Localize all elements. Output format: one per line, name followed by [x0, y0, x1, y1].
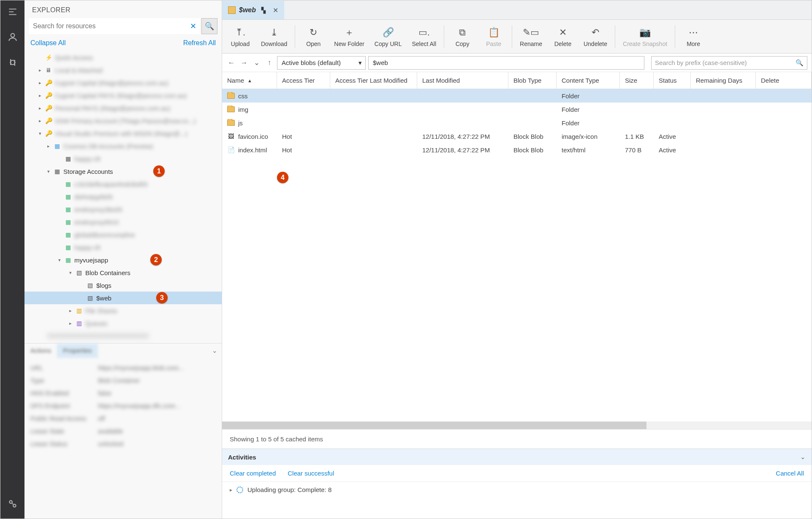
collapse-all-link[interactable]: Collapse All	[30, 39, 66, 47]
cell-content-type: text/html	[557, 146, 620, 154]
tree-label: $logs	[96, 282, 111, 289]
table-row[interactable]: 📄index.htmlHot12/11/2018, 4:27:22 PMBloc…	[222, 143, 812, 157]
refresh-all-link[interactable]: Refresh All	[183, 39, 216, 47]
explorer-title: EXPLORER	[24, 0, 222, 18]
col-blob-type[interactable]: Blob Type	[508, 72, 557, 89]
cell-status: Active	[654, 146, 691, 154]
delete-button[interactable]: ✕Delete	[547, 24, 578, 50]
property-row: Lease Stateavailable	[30, 424, 216, 437]
upload-button[interactable]: ⤒.Upload	[225, 24, 256, 50]
clear-completed-link[interactable]: Clear completed	[230, 470, 276, 477]
nav-forward-icon[interactable]: →	[239, 57, 249, 69]
tree-item[interactable]: ▦enekoynsy38o05	[24, 203, 222, 216]
table-row[interactable]: 🖼favicon.icoHot12/11/2018, 4:27:22 PMBlo…	[222, 130, 812, 143]
undelete-button[interactable]: ↶Undelete	[578, 24, 612, 50]
create-snapshot-button: 📷Create Snapshot	[618, 24, 672, 50]
resource-search-input[interactable]	[29, 22, 187, 30]
cell-content-type: Folder	[557, 106, 620, 113]
col-access-tier[interactable]: Access Tier	[277, 72, 330, 89]
tree-item[interactable]: ▦c1b2defbcaparehob3kd55	[24, 178, 222, 190]
property-value: false	[98, 389, 111, 397]
folder-icon	[227, 119, 235, 127]
tree-item-logs[interactable]: ▧$logs	[24, 279, 222, 292]
tree-item[interactable]: ▸🖥Local & Attached	[24, 64, 222, 76]
open-button[interactable]: ↻Open	[298, 24, 329, 50]
bottom-panel-tabs: Actions Properties ⌄	[24, 343, 222, 358]
nav-back-icon[interactable]: ←	[226, 57, 236, 69]
connect-rail-icon[interactable]	[5, 55, 20, 70]
explorer-rail-icon[interactable]	[5, 5, 20, 19]
tree-item[interactable]: xxxxxxxxxxxxxxxxxxxxxxxxxxxxxxxx	[24, 330, 222, 341]
table-row[interactable]: jsFolder	[222, 116, 812, 130]
tab-web[interactable]: $web ▝▖ ✕	[222, 1, 284, 19]
select-all-button[interactable]: ▭.Select All	[407, 24, 441, 50]
tree-item[interactable]: ▸▥File Shares	[24, 304, 222, 317]
callout-badge-1: 1	[153, 165, 165, 177]
search-button[interactable]: 🔍	[201, 18, 217, 34]
activities-collapse-icon[interactable]: ⌄	[800, 453, 806, 461]
cell-blob-type: Block Blob	[508, 146, 557, 154]
col-last-modified[interactable]: Last Modified	[417, 72, 508, 89]
col-access-tier-last-modified[interactable]: Access Tier Last Modified	[330, 72, 417, 89]
tree-item-blob-containers[interactable]: ▾▧Blob Containers	[24, 266, 222, 279]
cancel-all-link[interactable]: Cancel All	[776, 470, 804, 477]
col-status[interactable]: Status	[654, 72, 691, 89]
tree-item-web[interactable]: ▧$web 3	[24, 292, 222, 304]
tree-item[interactable]: ▸🔑Personal PAYG (thiago@pexxxx.com.au)	[24, 102, 222, 114]
cell-size: 770 B	[620, 146, 654, 154]
property-row: HNS Enabledfalse	[30, 387, 216, 399]
tree-item[interactable]: ⚡Quick Access	[24, 51, 222, 64]
clear-successful-link[interactable]: Clear successful	[288, 470, 334, 477]
expand-icon[interactable]: ▸	[230, 487, 232, 493]
property-row: URLhttps://myvuejsapp.blob.core...	[30, 361, 216, 374]
tree-item-storage-accounts[interactable]: ▾▦Storage Accounts 1	[24, 165, 222, 178]
tree-item[interactable]: ▸🔑Cygnet Capital (thiago@pexxxx.com.au)	[24, 76, 222, 89]
tab-actions[interactable]: Actions	[24, 343, 57, 358]
download-button[interactable]: ⤓Download	[256, 24, 292, 50]
tree-item[interactable]: ▦happy-cft	[24, 241, 222, 254]
more-button[interactable]: ⋯More	[678, 24, 709, 50]
tree-item[interactable]: ▾🔑Visual Studio Premium with MSDN (thiag…	[24, 127, 222, 140]
horizontal-scrollbar[interactable]	[222, 422, 812, 429]
tree-item-myvuejsapp[interactable]: ▾▦myvuejsapp 2	[24, 254, 222, 266]
property-value: Blob Container	[98, 377, 140, 384]
col-content-type[interactable]: Content Type	[557, 72, 620, 89]
cell-size: 1.1 KB	[620, 133, 654, 140]
nav-dropdown-icon[interactable]: ⌄	[252, 57, 262, 69]
prefix-search-input[interactable]: Search by prefix (case-sensitive) 🔍	[651, 56, 807, 70]
tree-item[interactable]: ▸🔑SSW Primary Account (Thiago.Passos@ssw…	[24, 114, 222, 127]
tree-item[interactable]: ▦diehotpg4b05	[24, 190, 222, 203]
copy-button[interactable]: ⧉Copy	[447, 24, 478, 50]
tab-properties[interactable]: Properties	[57, 343, 98, 358]
blob-filter-select[interactable]: Active blobs (default)	[277, 56, 366, 70]
tree-item[interactable]: ▦enekoynsy9910	[24, 216, 222, 228]
cell-access-tier: Hot	[277, 146, 330, 154]
col-deleted[interactable]: Delete	[756, 72, 812, 89]
cell-name: css	[238, 92, 248, 100]
tree-item[interactable]: ▸▦Cosmos DB Accounts (Preview)	[24, 140, 222, 152]
col-remaining-days[interactable]: Remaining Days	[691, 72, 756, 89]
col-size[interactable]: Size	[620, 72, 654, 89]
resource-search-box[interactable]: ✕	[29, 18, 200, 34]
activity-item[interactable]: ▸ Uploading group: Complete: 8	[222, 482, 812, 519]
cell-name: img	[238, 106, 248, 113]
nav-up-icon[interactable]: ↑	[264, 57, 274, 69]
close-tab-icon[interactable]: ✕	[273, 6, 278, 14]
account-rail-icon[interactable]	[5, 30, 20, 44]
breadcrumb-input[interactable]: $web	[368, 56, 644, 70]
tree-item[interactable]: ▸🔑Cygnet Capital PAYG (thiago@pexxxx.com…	[24, 89, 222, 102]
path-bar: ← → ⌄ ↑ Active blobs (default) $web Sear…	[222, 54, 812, 72]
feedback-rail-icon[interactable]	[5, 497, 20, 511]
tree-item[interactable]: ▦globaldboomrumpline	[24, 228, 222, 241]
panel-collapse-icon[interactable]: ⌄	[208, 343, 222, 358]
clear-search-icon[interactable]: ✕	[187, 22, 200, 31]
copy-url-button[interactable]: 🔗Copy URL	[369, 24, 407, 50]
new-folder-button[interactable]: ＋New Folder	[329, 24, 369, 50]
col-name[interactable]: Name▲	[222, 72, 277, 89]
tree-item[interactable]: ▦happy-cft	[24, 152, 222, 165]
tree-item[interactable]: ▸▥Queues	[24, 317, 222, 330]
table-row[interactable]: cssFolder	[222, 89, 812, 103]
rename-button[interactable]: ✎▭Rename	[515, 24, 547, 50]
table-row[interactable]: imgFolder	[222, 103, 812, 116]
property-value: https://myvuejsapp.blob.core...	[98, 364, 184, 371]
